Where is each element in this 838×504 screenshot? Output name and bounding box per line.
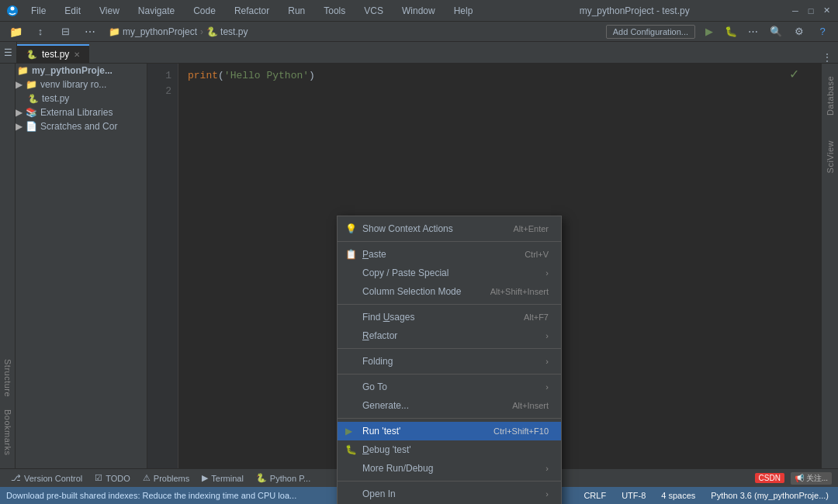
ctx-sep-1 (338, 241, 561, 242)
status-indent[interactable]: 4 spaces (658, 491, 698, 500)
minimize-button[interactable]: ─ (790, 5, 801, 16)
todo-icon: ☑ (95, 473, 102, 483)
tab-version-control[interactable]: ⎇ Version Control (6, 471, 87, 485)
tree-item-external-libs[interactable]: ▶ 📚 External Libraries (0, 105, 147, 119)
ctx-label-column: Column Selection Mode (362, 286, 461, 297)
window-title: my_pythonProject - test.py (479, 5, 790, 16)
project-tree: ▼ 📁 my_pythonProje... ▶ 📁 venv library r… (0, 64, 147, 468)
app-logo (6, 5, 19, 17)
tab-bookmarks[interactable]: Bookmarks (3, 403, 12, 462)
settings-btn[interactable]: ⋯ (81, 22, 99, 41)
debug-btn[interactable]: 🐛 (722, 22, 740, 41)
tree-item-project[interactable]: ▼ 📁 my_pythonProje... (0, 64, 147, 78)
ctx-sep-2 (338, 304, 561, 305)
editor-tabs-bar: ☰ 🐍 test.py ✕ ⋮ (0, 42, 838, 64)
settings-gear-btn[interactable]: ⚙ (790, 22, 809, 41)
svg-point-1 (11, 6, 15, 10)
ctx-refactor[interactable]: Refactor › (338, 326, 561, 345)
menu-help[interactable]: Help (448, 4, 480, 18)
arrow-icon-refactor: › (545, 331, 549, 340)
ctx-goto[interactable]: Go To › (338, 378, 561, 396)
close-button[interactable]: ✕ (821, 5, 832, 16)
ctx-shortcut-show-context: Alt+Enter (513, 224, 549, 233)
ctx-label-goto: Go To (362, 381, 387, 392)
ctx-label-folding: Folding (362, 356, 393, 367)
breadcrumb-file[interactable]: 🐍 test.py (206, 26, 248, 37)
ctx-open-in[interactable]: Open In › (338, 485, 561, 503)
menu-navigate[interactable]: Navigate (132, 4, 181, 18)
ctx-label-open-in: Open In (362, 488, 396, 499)
tab-problems[interactable]: ⚠ Problems (138, 471, 194, 485)
tree-item-scratches[interactable]: ▶ 📄 Scratches and Cor (0, 119, 147, 133)
ctx-show-context-actions[interactable]: 💡 Show Context Actions Alt+Enter (338, 219, 561, 238)
arrow-icon-open-in: › (545, 489, 549, 499)
ctx-shortcut-paste: Ctrl+V (525, 250, 549, 259)
ctx-generate[interactable]: Generate... Alt+Insert (338, 396, 561, 415)
more-btn[interactable]: ⋯ (743, 22, 762, 41)
menu-tools[interactable]: Tools (317, 4, 351, 18)
title-bar-left: File Edit View Navigate Code Refactor Ru… (6, 4, 479, 18)
problems-icon: ⚠ (143, 473, 151, 483)
ctx-debug-test[interactable]: 🐛 Debug 'test' (338, 440, 561, 459)
tree-item-testpy[interactable]: 🐍 test.py (0, 91, 147, 105)
csdn-badge[interactable]: CSDN (755, 473, 784, 483)
ctx-shortcut-run: Ctrl+Shift+F10 (493, 426, 549, 436)
paste-icon: 📋 (345, 249, 357, 260)
menu-window[interactable]: Window (396, 4, 442, 18)
tab-more-btn[interactable]: ⋮ (816, 52, 838, 63)
ctx-label-paste: Paste (362, 249, 386, 260)
python-p-icon: 🐍 (256, 473, 267, 483)
ctx-copy-paste-special[interactable]: Copy / Paste Special › (338, 264, 561, 282)
add-configuration-btn[interactable]: Add Configuration... (606, 25, 695, 39)
ctx-more-run-debug[interactable]: More Run/Debug › (338, 459, 561, 478)
ctx-shortcut-generate: Alt+Insert (512, 401, 549, 410)
folder-icon-btn[interactable]: 📁 (6, 22, 25, 41)
ctx-label-run: Run 'test' (362, 426, 400, 437)
ctx-paste[interactable]: 📋 Paste Ctrl+V (338, 245, 561, 264)
ctx-find-usages[interactable]: Find Usages Alt+F7 (338, 308, 561, 326)
debug-icon: 🐛 (345, 444, 357, 455)
menu-file[interactable]: File (25, 4, 52, 18)
tab-todo[interactable]: ☑ TODO (90, 471, 135, 485)
ctx-label-generate: Generate... (362, 400, 409, 411)
left-tabs-panel: Structure Bookmarks (0, 64, 16, 468)
status-crlf[interactable]: CRLF (580, 491, 609, 500)
context-menu: 💡 Show Context Actions Alt+Enter 📋 Paste… (337, 216, 562, 504)
menu-run[interactable]: Run (282, 4, 311, 18)
maximize-button[interactable]: □ (805, 5, 816, 16)
menu-edit[interactable]: Edit (58, 4, 87, 18)
ctx-label-show-context: Show Context Actions (362, 223, 453, 234)
project-sidebar-toggle[interactable]: ☰ (0, 42, 17, 63)
tree-item-venv[interactable]: ▶ 📁 venv library ro... (0, 78, 147, 91)
notification-badge[interactable]: 📢 关注... (791, 472, 832, 485)
status-encoding[interactable]: UTF-8 (618, 491, 649, 500)
run-btn[interactable]: ▶ (700, 22, 719, 41)
breadcrumb-toolbar: 📁 ↕ ⊟ ⋯ 📁 my_pythonProject › 🐍 test.py A… (0, 22, 838, 42)
search-everywhere-btn[interactable]: 🔍 (767, 22, 785, 41)
tab-sciview[interactable]: SciView (826, 131, 835, 182)
breadcrumb-project[interactable]: 📁 my_pythonProject (109, 26, 197, 37)
tab-database[interactable]: Database (826, 67, 835, 125)
tab-close-btn[interactable]: ✕ (74, 50, 80, 59)
menu-refactor[interactable]: Refactor (228, 4, 275, 18)
ctx-run-test[interactable]: ▶ Run 'test' Ctrl+Shift+F10 (338, 422, 561, 440)
ctx-column-selection[interactable]: Column Selection Mode Alt+Shift+Insert (338, 282, 561, 301)
sync-btn[interactable]: ↕ (31, 22, 50, 41)
ctx-label-find: Find Usages (362, 312, 414, 323)
tab-python-p[interactable]: 🐍 Python P... (251, 471, 315, 485)
ctx-label-copy-paste: Copy / Paste Special (362, 268, 448, 278)
title-bar: File Edit View Navigate Code Refactor Ru… (0, 0, 838, 22)
menu-code[interactable]: Code (187, 4, 222, 18)
menu-view[interactable]: View (93, 4, 126, 18)
editor-tab-testpy[interactable]: 🐍 test.py ✕ (17, 44, 89, 63)
menu-vcs[interactable]: VCS (358, 4, 390, 18)
terminal-icon: ▶ (202, 473, 208, 483)
ctx-label-debug: Debug 'test' (362, 444, 411, 455)
status-python-version[interactable]: Python 3.6 (my_pythonProje...) (708, 491, 832, 500)
tab-structure[interactable]: Structure (3, 353, 12, 403)
tab-terminal[interactable]: ▶ Terminal (197, 471, 248, 485)
collapse-btn[interactable]: ⊟ (56, 22, 74, 41)
ctx-sep-3 (338, 348, 561, 349)
ctx-folding[interactable]: Folding › (338, 352, 561, 371)
help-btn[interactable]: ? (813, 22, 832, 41)
